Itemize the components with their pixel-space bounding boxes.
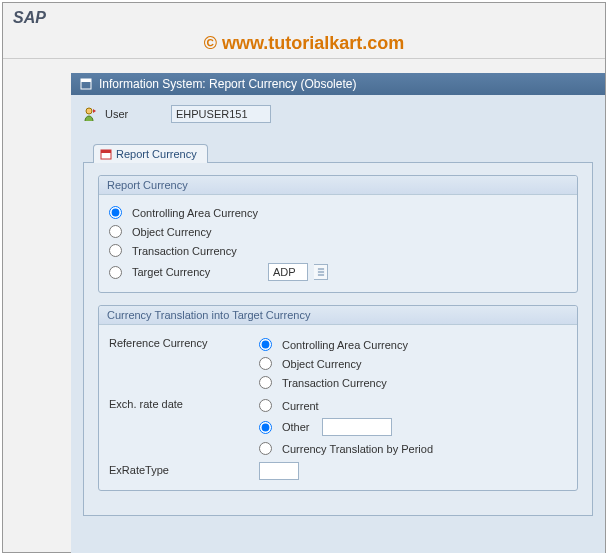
label-date-by-period: Currency Translation by Period — [282, 443, 433, 455]
target-currency-input[interactable] — [268, 263, 308, 281]
tab-strip: Report Currency — [93, 143, 593, 162]
label-date-other: Other — [282, 421, 310, 433]
svg-rect-1 — [81, 79, 91, 82]
tab-report-currency[interactable]: Report Currency — [93, 144, 208, 163]
watermark: © www.tutorialkart.com — [204, 33, 405, 53]
group-currency-translation-title: Currency Translation into Target Currenc… — [99, 306, 577, 325]
radio-transaction-currency[interactable] — [109, 244, 122, 257]
radio-controlling-area-currency[interactable] — [109, 206, 122, 219]
group-report-currency-title: Report Currency — [99, 176, 577, 195]
radio-ref-controlling[interactable] — [259, 338, 272, 351]
app-title: SAP — [3, 3, 605, 29]
app-frame: SAP © www.tutorialkart.com Information S… — [2, 2, 606, 553]
label-exch-rate-date: Exch. rate date — [109, 396, 259, 410]
group-currency-translation: Currency Translation into Target Currenc… — [98, 305, 578, 491]
tab-content: Report Currency Controlling Area Currenc… — [83, 162, 593, 516]
watermark-text: www.tutorialkart.com — [217, 33, 404, 53]
radio-ref-transaction[interactable] — [259, 376, 272, 389]
user-input[interactable] — [171, 105, 271, 123]
label-controlling-area-currency: Controlling Area Currency — [132, 207, 258, 219]
window-titlebar: Information System: Report Currency (Obs… — [71, 73, 605, 95]
exratetype-input[interactable] — [259, 462, 299, 480]
user-label: User — [105, 108, 165, 120]
value-help-icon[interactable] — [314, 264, 328, 280]
radio-date-by-period[interactable] — [259, 442, 272, 455]
label-target-currency: Target Currency — [132, 266, 252, 278]
window-icon — [79, 77, 93, 91]
svg-rect-4 — [101, 150, 111, 153]
watermark-bar: © www.tutorialkart.com — [3, 29, 605, 59]
label-transaction-currency: Transaction Currency — [132, 245, 237, 257]
label-ref-object: Object Currency — [282, 358, 361, 370]
copyright-symbol: © — [204, 33, 217, 53]
date-other-input[interactable] — [322, 418, 392, 436]
label-date-current: Current — [282, 400, 319, 412]
svg-point-2 — [86, 108, 92, 114]
label-reference-currency: Reference Currency — [109, 335, 259, 349]
client-area: User Report Currency Report Currency — [71, 95, 605, 526]
label-exratetype: ExRateType — [109, 462, 259, 476]
calendar-icon — [100, 148, 112, 160]
label-ref-transaction: Transaction Currency — [282, 377, 387, 389]
dialog-window: Information System: Report Currency (Obs… — [71, 73, 605, 553]
user-row: User — [83, 105, 593, 123]
label-ref-controlling: Controlling Area Currency — [282, 339, 408, 351]
window-title: Information System: Report Currency (Obs… — [99, 77, 356, 91]
radio-ref-object[interactable] — [259, 357, 272, 370]
group-report-currency: Report Currency Controlling Area Currenc… — [98, 175, 578, 293]
user-icon — [83, 106, 99, 122]
radio-object-currency[interactable] — [109, 225, 122, 238]
tab-label: Report Currency — [116, 148, 197, 160]
radio-date-other[interactable] — [259, 421, 272, 434]
radio-target-currency[interactable] — [109, 266, 122, 279]
label-object-currency: Object Currency — [132, 226, 211, 238]
radio-date-current[interactable] — [259, 399, 272, 412]
